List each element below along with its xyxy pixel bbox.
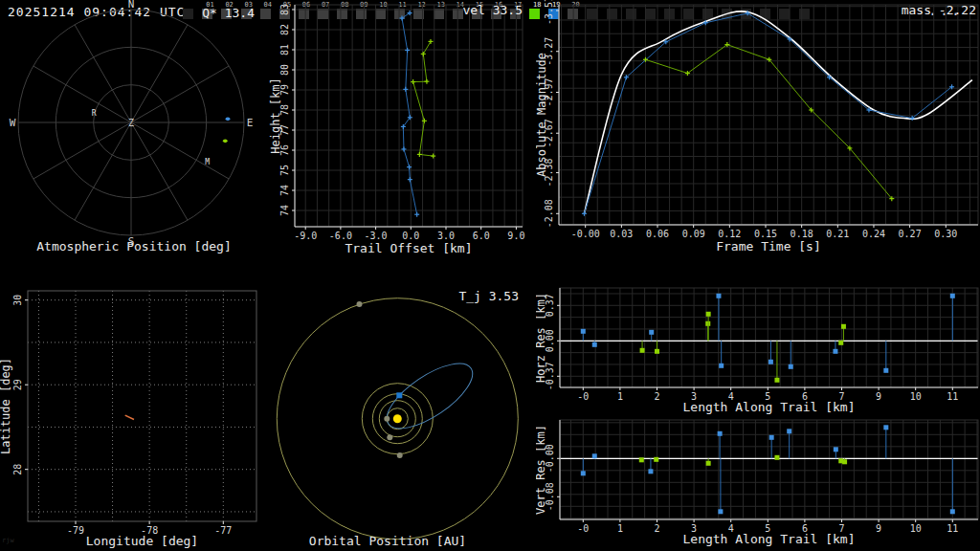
planet-dot-2	[397, 452, 403, 458]
svg-text:0.27: 0.27	[899, 229, 922, 239]
ground-track-grid	[28, 291, 256, 521]
annotation-M: M	[205, 158, 210, 166]
svg-text:6.0: 6.0	[473, 231, 490, 241]
annotation-R: R	[92, 109, 97, 118]
svg-text:81: 81	[279, 44, 290, 55]
caption-frame-time: Frame Time [s]	[559, 239, 978, 253]
stat-tisserand: T_j 3.53	[458, 289, 519, 303]
svg-text:29: 29	[12, 379, 23, 390]
svg-text:0.24: 0.24	[862, 229, 885, 239]
panel-trail-offset: -9.0-6.0-3.00.03.06.09.08382818079787776…	[268, 0, 536, 258]
app-window: 20251214 09:04:42 UTC 010203040506070809…	[0, 0, 980, 551]
vertical-residuals-tick-labels: -0123456791011-0.00-0.08	[545, 444, 958, 534]
panel-horizontal-residuals: -01234567910110.370.00-0.37Horz Res [km]…	[536, 285, 980, 418]
horizontal-residuals-tick-labels: -01234567910110.370.00-0.37	[545, 294, 958, 402]
horizontal-residuals-ylabel: Horz Res [km]	[536, 293, 547, 383]
light-curve-series-camera-2	[643, 42, 894, 201]
light-curve-series-camera-1	[582, 11, 954, 215]
horizontal-residuals-grid	[560, 288, 978, 387]
svg-text:83: 83	[279, 4, 290, 15]
trail-offset-grid	[295, 5, 523, 227]
watermark: rjw	[2, 537, 14, 544]
svg-text:0.03: 0.03	[610, 229, 633, 239]
svg-text:0.12: 0.12	[718, 229, 741, 239]
horizontal-residuals-plot: -01234567910110.370.00-0.37Horz Res [km]	[536, 285, 980, 418]
planet-dot-0	[384, 416, 390, 422]
light-curve-plot: -0.000.030.060.090.120.150.180.210.240.2…	[536, 0, 980, 258]
trail-offset-plot: -9.0-6.0-3.00.03.06.09.08382818079787776…	[268, 0, 536, 258]
trail-offset-series-camera-2	[411, 39, 435, 159]
atmospheric-position-plot: NESWZRM	[0, 0, 268, 258]
panel-light-curve: -0.000.030.060.090.120.150.180.210.240.2…	[536, 0, 980, 258]
zenith-label: Z	[128, 118, 134, 128]
svg-text:-9.0: -9.0	[294, 231, 317, 241]
ground-track-plot: -79-78-77302928Latitude [deg]	[0, 285, 268, 551]
sun-dot	[393, 414, 402, 423]
planet-dot-3	[357, 301, 363, 307]
svg-text:28: 28	[12, 464, 23, 475]
planet-dot-1	[387, 434, 392, 440]
trail-offset-ylabel: Height [km]	[269, 77, 282, 153]
ground-track-frame	[28, 291, 256, 521]
panel-atmospheric-position: NESWZRM Q* 13.4 Atmospheric Position [de…	[0, 0, 268, 258]
svg-text:-2.08: -2.08	[544, 199, 554, 228]
panel-ground-track: -79-78-77302928Latitude [deg] Longitude …	[0, 285, 268, 551]
svg-text:75: 75	[279, 165, 290, 176]
svg-text:30: 30	[12, 295, 23, 306]
camera-2-point	[223, 140, 228, 143]
svg-text:74: 74	[279, 185, 290, 196]
ground-track-ground-path	[125, 415, 134, 419]
caption-orbital-position: Orbital Position [AU]	[273, 534, 502, 548]
vertical-residuals-ylabel: Vert Res [km]	[536, 425, 547, 515]
svg-text:0.30: 0.30	[934, 229, 957, 239]
svg-text:W: W	[10, 117, 16, 129]
svg-text:0.21: 0.21	[826, 229, 849, 239]
stat-mass: mass -2.22	[902, 3, 976, 17]
caption-length-along-trail-bottom: Length Along Trail [km]	[560, 532, 978, 546]
meteoroid-marker	[396, 392, 402, 398]
svg-text:-3.57: -3.57	[544, 0, 554, 25]
panel-orbit: T_j 3.53 Orbital Position [AU]	[268, 285, 536, 551]
svg-text:-6.0: -6.0	[329, 231, 352, 241]
light-curve-tick-labels: -0.000.030.060.090.120.150.180.210.240.2…	[544, 0, 957, 239]
caption-atmospheric-position: Atmospheric Position [deg]	[0, 239, 268, 253]
stat-q-value: Q* 13.4	[202, 6, 255, 20]
svg-text:E: E	[247, 117, 254, 129]
svg-text:74: 74	[279, 205, 290, 216]
caption-trail-offset: Trail Offset [km]	[295, 241, 523, 255]
trail-offset-tick-labels: -9.0-6.0-3.00.03.06.09.08382818079787776…	[279, 4, 524, 241]
vertical-residuals-grid	[560, 420, 978, 519]
svg-text:0.09: 0.09	[682, 229, 705, 239]
caption-length-along-trail-top: Length Along Trail [km]	[560, 400, 978, 414]
svg-text:82: 82	[279, 24, 290, 35]
svg-text:9.0: 9.0	[507, 231, 524, 241]
ground-track-ylabel: Latitude [deg]	[0, 358, 12, 454]
camera-1-point	[226, 118, 231, 121]
svg-text:N: N	[128, 0, 135, 11]
panel-vertical-residuals: -0123456791011-0.00-0.08Vert Res [km] Le…	[536, 418, 980, 551]
trail-offset-series-camera-1	[400, 11, 420, 217]
svg-text:0.15: 0.15	[754, 229, 777, 239]
orbit-plot	[268, 285, 536, 551]
svg-text:-0.00: -0.00	[571, 229, 600, 239]
svg-text:80: 80	[279, 64, 290, 76]
ground-track-tick-labels: -79-78-77302928	[12, 295, 232, 536]
svg-text:3.0: 3.0	[437, 231, 455, 241]
stat-velocity: vel 33.5	[462, 3, 523, 17]
light-curve-grid	[559, 5, 978, 225]
svg-text:0.18: 0.18	[791, 229, 813, 239]
svg-text:0.0: 0.0	[402, 231, 419, 241]
svg-text:-3.0: -3.0	[365, 231, 388, 241]
svg-text:0.06: 0.06	[646, 229, 669, 239]
meteoroid-orbit-ellipse	[377, 352, 482, 441]
light-curve-ylabel: Absolute Magnitude	[536, 53, 548, 177]
caption-longitude: Longitude [deg]	[28, 534, 256, 548]
